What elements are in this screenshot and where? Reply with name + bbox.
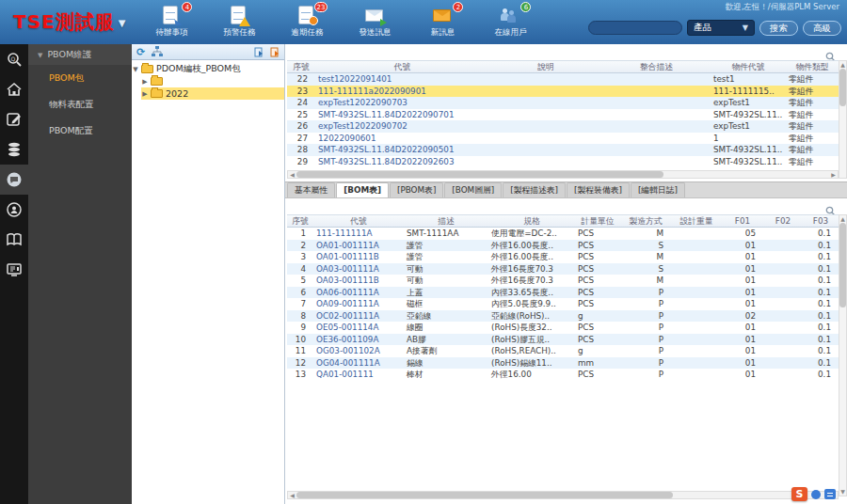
rail-item-chat[interactable] xyxy=(0,165,28,195)
rail-item-edit[interactable] xyxy=(0,104,28,134)
column-header[interactable]: 製造方式 xyxy=(620,215,671,227)
toolbar-item-new-message[interactable]: 2新訊息 xyxy=(420,6,465,39)
table-row[interactable]: 3OA01-001111B護管外徑16.00長度..PCSM010.1 xyxy=(287,251,839,263)
column-header[interactable]: 物件代號 xyxy=(711,61,786,72)
column-header[interactable]: 整合描述 xyxy=(602,61,711,72)
column-header[interactable]: 描述 xyxy=(404,215,488,227)
scroll-left-icon[interactable]: ◀ xyxy=(288,171,296,178)
table-row[interactable]: 9OE05-001114A線圈(RoHS)長度32..PCSP010.1 xyxy=(287,322,839,334)
tree-root-row[interactable]: ▼ PDOM編枝_PBOM包 xyxy=(132,63,284,75)
table-row[interactable]: 23111-111111a2022090901111-1111115..零組件 xyxy=(287,86,839,98)
table-cell xyxy=(489,97,602,109)
scroll-left-icon[interactable]: ◀ xyxy=(288,492,296,498)
toolbar-item-online-users[interactable]: 6在線用戶 xyxy=(487,6,533,39)
table-row[interactable]: 11OG03-001102AA接著劑(RoHS,REACH)..gP010.1 xyxy=(287,345,839,357)
rail-item-book[interactable] xyxy=(0,225,28,255)
table-row[interactable]: 26expTest12022090702expTest1零組件 xyxy=(287,120,839,133)
column-header[interactable]: F02 xyxy=(763,215,803,227)
table-row[interactable]: 7OA09-001111A磁框內徑5.0長度9.9..PCSP010.1 xyxy=(287,298,839,310)
toolbar-item-warning-task[interactable]: 預警任務 xyxy=(216,6,262,39)
tab-7[interactable]: [編輯日誌] xyxy=(631,182,685,197)
tab-4[interactable]: [BOM圖層] xyxy=(444,182,502,197)
tree-node-row[interactable]: ▶2022 xyxy=(141,87,284,100)
tree-expand-icon[interactable]: ▶ xyxy=(141,78,149,86)
column-header[interactable]: 物件類型 xyxy=(786,61,839,72)
column-header[interactable]: 序號 xyxy=(287,61,315,72)
tab-2[interactable]: [BOM表] xyxy=(336,182,389,197)
bottom-vscroll-thumb[interactable] xyxy=(839,223,846,307)
table-row[interactable]: 22test12022091401test1零組件 xyxy=(287,73,839,86)
table-cell: 01 xyxy=(722,298,763,310)
sidebar-item-3[interactable]: PBOM配置 xyxy=(28,118,132,144)
sidebar-item-1[interactable]: PBOM包 xyxy=(28,65,132,91)
scroll-down-icon[interactable]: ▼ xyxy=(839,488,846,496)
rail-item-database[interactable] xyxy=(0,134,28,165)
scroll-up-icon[interactable]: ▲ xyxy=(839,61,846,69)
table-row[interactable]: 28SMT-4932SL.11.84D2022090501SMT-4932SL.… xyxy=(287,144,839,156)
table-row[interactable]: 5OA03-001111B可動外徑16長度70.3PCSM010.1 xyxy=(287,275,839,287)
table-row[interactable]: 2OA01-001111A護管外徑16.00長度..PCSS010.1 xyxy=(287,240,839,252)
search-input[interactable] xyxy=(588,21,682,35)
table-row[interactable]: 6OA06-001111A上蓋內徑33.65長度..PCSP010.1 xyxy=(287,287,839,299)
column-header[interactable]: 規格 xyxy=(488,215,575,227)
table-cell: 111-111111A xyxy=(313,228,404,240)
advanced-search-button[interactable]: 高級 xyxy=(803,21,841,36)
table-row[interactable]: 1111-111111ASMT-1111AA使用電壓=DC-2..PCSM050… xyxy=(287,228,839,240)
column-header[interactable]: 代號 xyxy=(315,61,489,72)
table-cell: 內徑33.65長度.. xyxy=(488,287,575,299)
table-row[interactable]: 29SMT-4932SL.11.84D2022092603SMT-4932SL.… xyxy=(287,156,839,168)
search-button[interactable]: 搜索 xyxy=(759,21,798,36)
rail-item-support[interactable] xyxy=(0,195,28,225)
tab-5[interactable]: [製程描述表] xyxy=(503,182,566,197)
toolbar-item-send-message[interactable]: 發送訊息 xyxy=(352,6,397,39)
tree-node-row[interactable]: ▶ xyxy=(141,75,284,87)
bottom-hscrollbar[interactable]: ◀ ▶ xyxy=(287,491,839,499)
tree-collapse-icon[interactable]: ▼ xyxy=(132,66,139,73)
table-row[interactable]: 13QA01-001111棒材外徑16.00PCSP010.1 xyxy=(287,369,839,381)
scroll-right-icon[interactable]: ▶ xyxy=(829,171,838,178)
column-header[interactable]: F03 xyxy=(803,215,839,227)
tab-6[interactable]: [製程裝備表] xyxy=(567,182,630,197)
tree-expand-icon[interactable]: ▶ xyxy=(141,90,149,98)
rail-item-monitor[interactable] xyxy=(0,255,28,285)
sidebar-group-pbom[interactable]: ▼PBOM維護 xyxy=(28,44,132,65)
brand-menu[interactable]: TSE測試服▼ xyxy=(13,9,126,35)
chevron-down-icon: ▼ xyxy=(119,18,127,28)
top-vscrollbar[interactable]: ▲ xyxy=(839,60,847,179)
tab-3[interactable]: [PBOM表] xyxy=(390,182,443,197)
rail-item-search[interactable]: Q xyxy=(0,44,28,74)
table-row[interactable]: 12OG04-001111A錫線(RoHS)錫線11..mmP010.1 xyxy=(287,357,839,370)
tab-1[interactable]: 基本屬性 xyxy=(287,182,335,197)
share-plugin-icon[interactable]: S xyxy=(791,487,807,501)
sidebar-item-2[interactable]: 物料表配置 xyxy=(28,91,132,118)
toolbar-item-todo[interactable]: 4待辦事項 xyxy=(149,6,194,39)
top-vscroll-thumb[interactable] xyxy=(839,69,846,106)
top-hscroll-thumb[interactable] xyxy=(296,171,663,178)
plugin-list-icon[interactable] xyxy=(824,489,836,499)
column-header[interactable]: F01 xyxy=(722,215,763,227)
table-row[interactable]: 4OA03-001111A可動外徑16長度70.3PCSS010.1 xyxy=(287,263,839,276)
column-header[interactable]: 設計重量 xyxy=(671,215,722,227)
table-row[interactable]: 24expTest12022090703expTest1零組件 xyxy=(287,97,839,109)
column-header[interactable]: 序號 xyxy=(287,215,313,227)
scroll-up-icon[interactable]: ▲ xyxy=(839,215,846,223)
export-icon[interactable] xyxy=(269,46,281,58)
hierarchy-icon[interactable] xyxy=(151,46,163,58)
refresh-icon[interactable]: ⟳ xyxy=(135,46,147,58)
table-cell xyxy=(602,73,711,86)
column-header[interactable]: 計量單位 xyxy=(575,215,620,227)
toolbar-item-overdue-task[interactable]: 23逾期任務 xyxy=(284,6,329,39)
table-row[interactable]: 8OC02-001111A亞鉛線亞鉛線(RoHS)..gP020.1 xyxy=(287,310,839,323)
column-header[interactable]: 代號 xyxy=(313,215,404,227)
rail-item-home[interactable] xyxy=(0,74,28,104)
column-header[interactable]: 說明 xyxy=(489,61,602,72)
import-icon[interactable] xyxy=(253,46,265,58)
plugin-dot-icon[interactable] xyxy=(811,490,821,499)
bottom-hscroll-thumb[interactable] xyxy=(296,492,673,498)
table-row[interactable]: 27120220906011零組件 xyxy=(287,133,839,145)
table-row[interactable]: 25SMT-4932SL.11.84D2022090701SMT-4932SL.… xyxy=(287,109,839,121)
top-hscrollbar[interactable]: ◀ ▶ xyxy=(287,170,839,179)
search-category-select[interactable]: 產品 ▼ xyxy=(687,20,755,36)
table-row[interactable]: 10OE36-001109AAB膠(RoHS)膠五規..PCSP010.1 xyxy=(287,334,839,346)
bottom-vscrollbar[interactable]: ▲ ▼ xyxy=(839,214,847,496)
